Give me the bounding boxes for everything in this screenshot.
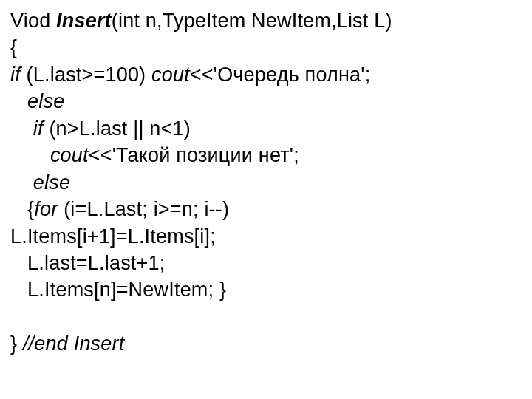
text: <<'Такой позиции нет';: [89, 144, 299, 166]
keyword-if: if: [33, 117, 50, 140]
code-line-13: } //end Insert: [10, 330, 522, 357]
keyword-else: else: [27, 90, 64, 112]
text: [10, 117, 33, 140]
text: Viod: [10, 10, 56, 32]
code-line-10: L.last=L.last+1;: [10, 250, 522, 276]
code-line-1: Viod Insert(int n,TypeItem NewItem,List …: [10, 7, 522, 34]
text: [10, 171, 33, 194]
text: [10, 90, 27, 112]
keyword-if: if: [10, 64, 21, 86]
code-line-7: else: [10, 169, 522, 196]
text: [10, 144, 50, 166]
text: (L.last>=100): [21, 64, 146, 86]
code-line-6: cout<<'Такой позиции нет';: [10, 142, 522, 168]
text: (int n,TypeItem NewItem,List L): [112, 10, 392, 32]
text: [10, 306, 16, 328]
code-line-12: [10, 304, 522, 330]
keyword-cout: cout: [50, 144, 89, 166]
text: (n>L.last || n<1): [49, 117, 191, 140]
code-line-9: L.Items[i+1]=L.Items[i];: [10, 223, 522, 250]
code-line-3: if (L.last>=100) cout<<'Очередь полна';: [10, 61, 522, 88]
keyword-for: for: [34, 198, 58, 220]
text: <<'Очередь полна';: [190, 64, 371, 86]
code-line-2: {: [10, 34, 522, 61]
comment: //end Insert: [23, 332, 124, 355]
keyword-cout: cout: [146, 64, 190, 86]
text: (i=L.Last; i>=n; i--): [58, 198, 229, 220]
text: L.Items[i+1]=L.Items[i];: [10, 225, 216, 248]
text: {: [10, 198, 34, 220]
text: }: [10, 332, 23, 355]
text: L.last=L.last+1;: [10, 252, 165, 274]
code-line-8: {for (i=L.Last; i>=n; i--): [10, 196, 522, 222]
text: {: [10, 36, 17, 58]
code-line-5: if (n>L.last || n<1): [10, 115, 522, 142]
text: L.Items[n]=NewItem; }: [10, 279, 226, 301]
code-slide: Viod Insert(int n,TypeItem NewItem,List …: [0, 0, 532, 399]
keyword-else: else: [33, 171, 70, 194]
code-line-11: L.Items[n]=NewItem; }: [10, 276, 522, 303]
code-line-4: else: [10, 88, 522, 115]
func-name: Insert: [56, 10, 112, 32]
